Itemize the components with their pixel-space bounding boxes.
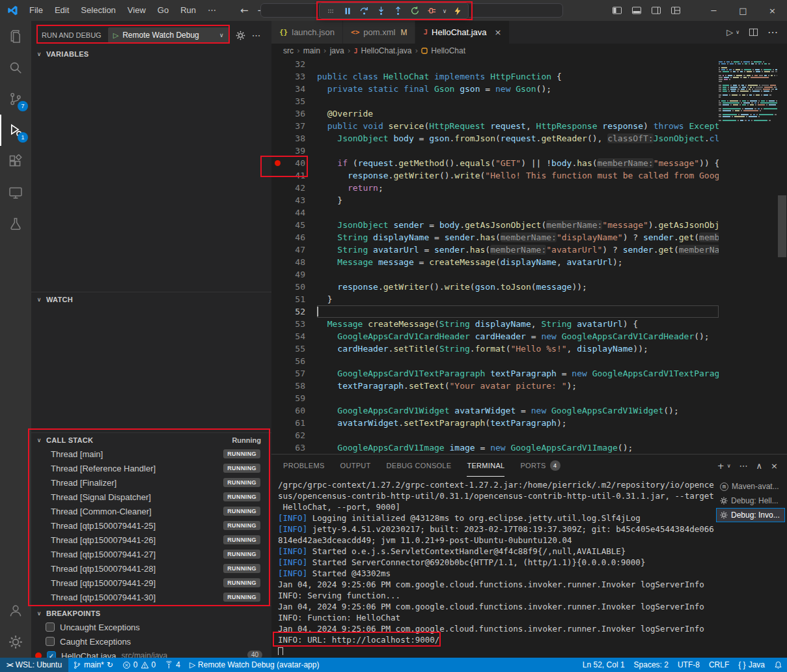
new-terminal-icon[interactable]: + — [717, 461, 725, 471]
settings-button[interactable] — [0, 626, 31, 658]
section-breakpoints[interactable]: ∨ BREAKPOINTS — [31, 606, 271, 620]
tab-pom-xml[interactable]: <> pom.xml M — [343, 21, 415, 44]
customize-layout-icon[interactable] — [670, 5, 681, 16]
call-stack-thread[interactable]: Thread [Finalizer]RUNNING — [31, 475, 271, 490]
code-text[interactable]: Message message = createMessage(displayN… — [317, 256, 719, 268]
code-text[interactable]: GoogleAppsCardV1Widget avatarWidget = ne… — [317, 404, 719, 417]
debug-session-status[interactable]: ▷ Remote Watch Debug (avatar-app) — [185, 658, 324, 672]
breakpoint-slot[interactable] — [271, 169, 284, 182]
call-stack-thread[interactable]: Thread [main]RUNNING — [31, 447, 271, 461]
breakpoint-slot[interactable] — [271, 95, 284, 107]
checkbox-unchecked[interactable] — [46, 623, 55, 632]
editor-scrollbar[interactable] — [777, 58, 787, 454]
editor-more-actions-icon[interactable]: ⋯ — [767, 26, 778, 38]
views-more-actions-icon[interactable]: ⋯ — [252, 30, 261, 40]
breakpoint-dot[interactable] — [271, 157, 284, 169]
menu-file[interactable]: File — [23, 0, 49, 21]
breakpoint-slot[interactable] — [271, 194, 284, 206]
breadcrumb-item[interactable]: HelloChat.java — [361, 46, 412, 55]
hot-code-replace-button[interactable] — [450, 4, 465, 18]
window-maximize-icon[interactable]: □ — [728, 0, 758, 21]
debug-session-dropdown-icon[interactable]: ∨ — [441, 8, 448, 14]
breakpoint-slot[interactable] — [271, 70, 284, 83]
disconnect-button[interactable] — [424, 4, 439, 18]
call-stack-thread[interactable]: Thread [qtp1500079441-28]RUNNING — [31, 561, 271, 576]
tab-debug-console[interactable]: DEBUG CONSOLE — [387, 455, 452, 477]
breakpoint-uncaught-exceptions[interactable]: Uncaught Exceptions — [31, 620, 271, 634]
launch-config-dropdown[interactable]: ▷ Remote Watch Debug ∨ — [108, 27, 229, 43]
call-stack-thread[interactable]: Thread [Reference Handler]RUNNING — [31, 461, 271, 475]
window-close-icon[interactable]: × — [758, 0, 787, 21]
breakpoint-slot[interactable] — [271, 182, 284, 194]
code-text[interactable]: Message createMessage(String displayName… — [317, 318, 719, 330]
start-debug-icon[interactable]: ▷ — [113, 31, 118, 40]
code-text[interactable]: @Override — [317, 107, 719, 120]
code-text[interactable] — [317, 268, 719, 281]
code-text[interactable] — [317, 355, 719, 367]
toggle-panel-icon[interactable] — [631, 5, 642, 16]
breakpoint-slot[interactable] — [271, 244, 284, 256]
call-stack-thread[interactable]: Thread [qtp1500079441-25]RUNNING — [31, 518, 271, 533]
menu-selection[interactable]: Selection — [75, 0, 121, 21]
breakpoint-slot[interactable] — [271, 219, 284, 231]
code-text[interactable] — [317, 305, 719, 318]
menu-view[interactable]: View — [122, 0, 152, 21]
maximize-panel-icon[interactable]: ∧ — [756, 461, 763, 471]
code-text[interactable] — [317, 58, 719, 70]
code-text[interactable]: GoogleAppsCardV1CardHeader cardHeader = … — [317, 330, 719, 343]
call-stack-thread[interactable]: Thread [qtp1500079441-29]RUNNING — [31, 576, 271, 590]
menu-edit[interactable]: Edit — [49, 0, 75, 21]
sidebar-item-extensions[interactable] — [0, 146, 31, 177]
encoding-status[interactable]: UTF-8 — [673, 658, 704, 672]
code-area[interactable]: 3233public class HelloChat implements Ht… — [271, 58, 787, 454]
call-stack-thread[interactable]: Thread [Signal Dispatcher]RUNNING — [31, 490, 271, 504]
restart-button[interactable] — [407, 4, 422, 18]
breakpoint-slot[interactable] — [271, 417, 284, 429]
breakpoint-slot[interactable] — [271, 107, 284, 120]
code-text[interactable]: response.getWriter().write("Hello! This … — [317, 169, 719, 182]
breakpoint-slot[interactable] — [271, 58, 284, 70]
breakpoint-slot[interactable] — [271, 392, 284, 404]
terminal-tab[interactable]: Debug: Hell... — [716, 494, 785, 508]
tab-hellochat-java[interactable]: J HelloChat.java × — [415, 21, 510, 44]
breakpoint-slot[interactable] — [271, 305, 284, 318]
sidebar-item-run-debug[interactable]: 1 — [0, 115, 31, 146]
code-text[interactable]: } — [317, 194, 719, 206]
code-text[interactable] — [317, 392, 719, 404]
code-text[interactable]: GoogleAppsCardV1Image image = new Google… — [317, 441, 719, 454]
breakpoint-slot[interactable] — [271, 293, 284, 305]
tab-launch-json[interactable]: {} launch.json — [271, 21, 343, 44]
toggle-secondary-sidebar-icon[interactable] — [651, 5, 661, 16]
run-java-button[interactable]: ▷ — [726, 27, 733, 37]
code-text[interactable]: avatarWidget.setTextParagraph(textParagr… — [317, 417, 719, 429]
forwarded-ports-status[interactable]: 4 — [160, 658, 185, 672]
terminal-tab[interactable]: Debug: Invo... — [716, 508, 785, 522]
breakpoint-slot[interactable] — [271, 231, 284, 244]
git-branch-status[interactable]: main* ↻ — [68, 658, 118, 672]
run-dropdown-icon[interactable]: ∨ — [736, 29, 739, 35]
menu-more-icon[interactable]: ⋯ — [202, 0, 222, 21]
code-text[interactable]: public void service(HttpRequest request,… — [317, 120, 719, 132]
code-text[interactable]: public class HelloChat implements HttpFu… — [317, 70, 719, 83]
code-text[interactable]: String avatarUrl = sender.has(memberName… — [317, 244, 719, 256]
scrollbar-thumb[interactable] — [778, 195, 786, 257]
menu-run[interactable]: Run — [174, 0, 202, 21]
code-text[interactable] — [317, 429, 719, 441]
pause-button[interactable] — [340, 4, 355, 18]
breadcrumb-item[interactable]: java — [330, 46, 344, 55]
code-text[interactable]: return; — [317, 182, 719, 194]
breakpoint-slot[interactable] — [271, 281, 284, 293]
code-text[interactable]: String displayName = sender.has(memberNa… — [317, 231, 719, 244]
terminal[interactable]: /grpc/grpc-context/1.27.2/grpc-context-1… — [278, 479, 714, 655]
breadcrumb-item[interactable]: main — [303, 46, 320, 55]
code-text[interactable]: private static final Gson gson = new Gso… — [317, 83, 719, 95]
breadcrumb-item[interactable]: src — [283, 46, 294, 55]
sidebar-item-remote-explorer[interactable] — [0, 177, 31, 208]
checkbox-unchecked[interactable] — [46, 637, 55, 646]
indentation-status[interactable]: Spaces: 2 — [629, 658, 673, 672]
call-stack-thread[interactable]: Thread [qtp1500079441-26]RUNNING — [31, 533, 271, 547]
sidebar-item-testing[interactable] — [0, 208, 31, 240]
menu-go[interactable]: Go — [152, 0, 174, 21]
window-minimize-icon[interactable]: ─ — [699, 0, 728, 21]
breakpoint-slot[interactable] — [271, 145, 284, 157]
